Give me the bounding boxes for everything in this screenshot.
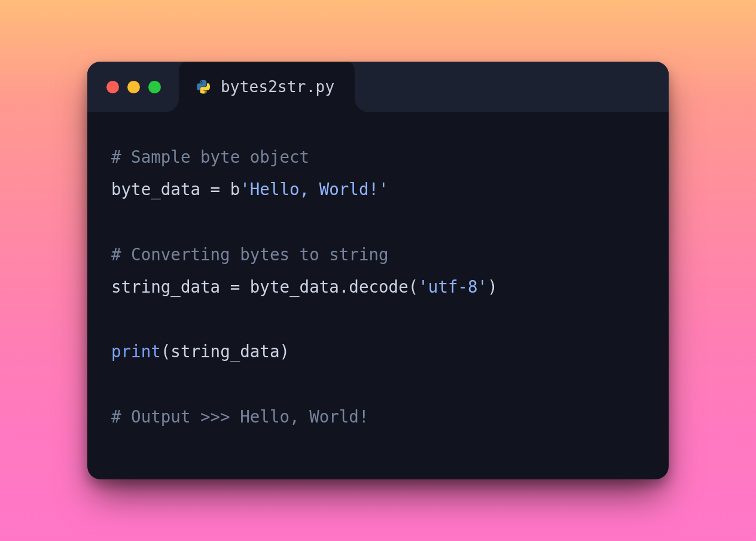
- code-bytes-prefix: b: [230, 180, 240, 199]
- code-area[interactable]: # Sample byte object byte_data = b'Hello…: [87, 112, 669, 479]
- code-identifier: string_data: [111, 277, 220, 296]
- code-comment: # Output >>> Hello, World!: [111, 407, 368, 426]
- close-dot-icon[interactable]: [106, 81, 119, 93]
- code-paren: ): [279, 342, 289, 361]
- code-paren: ): [487, 277, 498, 296]
- code-comment: # Converting bytes to string: [111, 245, 389, 264]
- editor-window: bytes2str.py # Sample byte object byte_d…: [87, 62, 669, 479]
- code-call: byte_data.decode(: [250, 277, 418, 296]
- code-identifier: byte_data: [111, 180, 200, 199]
- tab-filename: bytes2str.py: [221, 78, 334, 96]
- code-operator: =: [200, 180, 230, 199]
- code-string: 'Hello, World!': [240, 180, 388, 199]
- code-comment: # Sample byte object: [111, 147, 309, 166]
- zoom-dot-icon[interactable]: [148, 81, 161, 93]
- window-controls: [106, 81, 161, 93]
- code-paren: (: [161, 342, 171, 361]
- code-operator: =: [220, 277, 250, 296]
- code-identifier: string_data: [170, 342, 279, 361]
- minimize-dot-icon[interactable]: [127, 81, 140, 93]
- code-builtin: print: [111, 342, 161, 361]
- code-string: 'utf-8': [418, 277, 487, 296]
- titlebar: bytes2str.py: [87, 62, 669, 112]
- file-tab[interactable]: bytes2str.py: [179, 62, 355, 112]
- python-icon: [196, 79, 211, 95]
